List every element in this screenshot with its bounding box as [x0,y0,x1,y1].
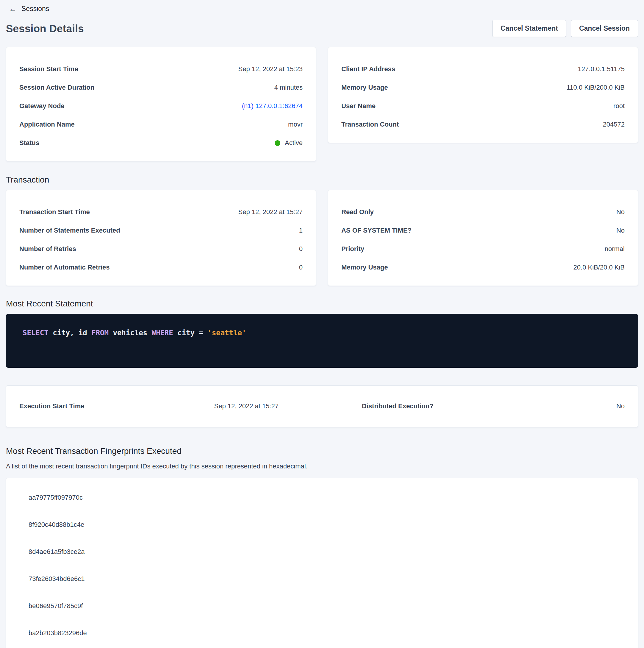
sql-keyword: SELECT [22,329,49,337]
fingerprints-section-description: A list of the most recent transaction fi… [6,463,638,470]
status-active-dot-icon [275,140,280,146]
session-start-time-value: Sep 12, 2022 at 15:23 [238,65,303,73]
status-label: Status [19,139,39,147]
user-name-row: User Name root [341,97,625,115]
session-start-time-row: Session Start Time Sep 12, 2022 at 15:23 [19,60,303,78]
session-summary-card-right: Client IP Address 127.0.0.1:51175 Memory… [328,47,638,143]
transaction-count-row: Transaction Count 204572 [341,115,625,134]
application-name-label: Application Name [19,121,75,128]
auto-retries-label: Number of Automatic Retries [19,264,110,271]
user-name-value: root [613,102,625,110]
transaction-summary-row: Transaction Start Time Sep 12, 2022 at 1… [6,190,638,286]
fingerprint-list-item: 8f920c40d88b1c4e [28,521,625,529]
session-details-page: ← Sessions Session Details Cancel Statem… [0,0,644,648]
transaction-card-right: Read Only No AS OF SYSTEM TIME? No Prior… [328,190,638,286]
client-ip-value: 127.0.0.1:51175 [578,65,625,73]
cancel-session-button[interactable]: Cancel Session [571,20,638,37]
statements-executed-value: 1 [299,227,303,234]
client-ip-row: Client IP Address 127.0.0.1:51175 [341,60,625,78]
session-active-duration-label: Session Active Duration [19,84,94,92]
fingerprint-list-item: be06e9570f785c9f [28,602,625,610]
session-summary-row: Session Start Time Sep 12, 2022 at 15:23… [6,47,638,161]
transaction-count-label: Transaction Count [341,121,399,128]
transaction-memory-usage-value: 20.0 KiB/20.0 KiB [574,264,625,271]
as-of-system-time-value: No [616,227,625,234]
session-active-duration-value: 4 minutes [274,84,303,92]
transaction-start-time-row: Transaction Start Time Sep 12, 2022 at 1… [19,203,303,221]
retries-label: Number of Retries [19,245,76,253]
read-only-value: No [616,208,625,216]
sql-statement: SELECT city, id FROM vehicles WHERE city… [22,329,622,337]
fingerprint-list-item: aa79775ff097970c [28,494,625,501]
transaction-start-time-value: Sep 12, 2022 at 15:27 [238,208,303,216]
client-ip-label: Client IP Address [341,65,395,73]
as-of-system-time-row: AS OF SYSTEM TIME? No [341,221,625,240]
sql-statement-box: SELECT city, id FROM vehicles WHERE city… [6,314,638,368]
status-value: Active [285,139,303,147]
fingerprint-list-item: ba2b203b823296de [28,629,625,637]
sql-keyword: WHERE [152,329,173,337]
session-memory-usage-row: Memory Usage 110.0 KiB/200.0 KiB [341,78,625,97]
sql-text: vehicles [109,329,152,337]
execution-start-time-value: Sep 12, 2022 at 15:27 [171,402,322,410]
distributed-execution-value: No [473,402,625,410]
page-header: Session Details Cancel Statement Cancel … [6,20,638,37]
session-start-time-label: Session Start Time [19,65,78,73]
transaction-section-heading: Transaction [6,175,638,184]
cancel-statement-button[interactable]: Cancel Statement [492,20,566,37]
user-name-label: User Name [341,102,375,110]
execution-start-time-label: Execution Start Time [19,402,171,410]
gateway-node-row: Gateway Node (n1) 127.0.0.1:62674 [19,97,303,115]
read-only-label: Read Only [341,208,374,216]
session-memory-usage-value: 110.0 KiB/200.0 KiB [567,84,625,92]
session-memory-usage-label: Memory Usage [341,84,388,92]
sql-text: city = [173,329,208,337]
transaction-memory-usage-label: Memory Usage [341,264,388,271]
status-badge: Active [275,139,303,147]
page-title: Session Details [6,22,84,35]
distributed-execution-label: Distributed Execution? [322,402,473,410]
sql-string-literal: 'seattle' [208,329,246,337]
transaction-memory-usage-row: Memory Usage 20.0 KiB/20.0 KiB [341,258,625,277]
fingerprint-list-item: 73fe26034bd6e6c1 [28,575,625,583]
statements-executed-label: Number of Statements Executed [19,227,120,234]
application-name-row: Application Name movr [19,115,303,134]
session-active-duration-row: Session Active Duration 4 minutes [19,78,303,97]
status-row: Status Active [19,134,303,152]
transaction-card-left: Transaction Start Time Sep 12, 2022 at 1… [6,190,316,286]
back-link-label: Sessions [21,5,49,13]
auto-retries-value: 0 [299,264,303,271]
back-to-sessions-link[interactable]: ← Sessions [9,5,49,13]
statement-section-heading: Most Recent Statement [6,299,638,309]
retries-value: 0 [299,245,303,253]
header-actions: Cancel Statement Cancel Session [492,20,638,37]
as-of-system-time-label: AS OF SYSTEM TIME? [341,227,412,234]
sql-keyword: FROM [92,329,109,337]
fingerprints-section-heading: Most Recent Transaction Fingerprints Exe… [6,446,638,456]
auto-retries-row: Number of Automatic Retries 0 [19,258,303,277]
fingerprint-list-item: 8d4ae61a5fb3ce2a [28,548,625,556]
application-name-value: movr [288,121,303,128]
priority-value: normal [605,245,625,253]
priority-row: Priority normal [341,240,625,258]
statements-executed-row: Number of Statements Executed 1 [19,221,303,240]
session-summary-card-left: Session Start Time Sep 12, 2022 at 15:23… [6,47,316,161]
execution-summary-card: Execution Start Time Sep 12, 2022 at 15:… [6,385,638,427]
priority-label: Priority [341,245,364,253]
gateway-node-link[interactable]: (n1) 127.0.0.1:62674 [242,102,303,110]
sql-text: city, id [49,329,92,337]
back-arrow-icon: ← [9,5,17,13]
fingerprints-card: aa79775ff097970c 8f920c40d88b1c4e 8d4ae6… [6,478,638,648]
gateway-node-label: Gateway Node [19,102,65,110]
read-only-row: Read Only No [341,203,625,221]
transaction-count-value: 204572 [603,121,625,128]
retries-row: Number of Retries 0 [19,240,303,258]
transaction-start-time-label: Transaction Start Time [19,208,90,216]
